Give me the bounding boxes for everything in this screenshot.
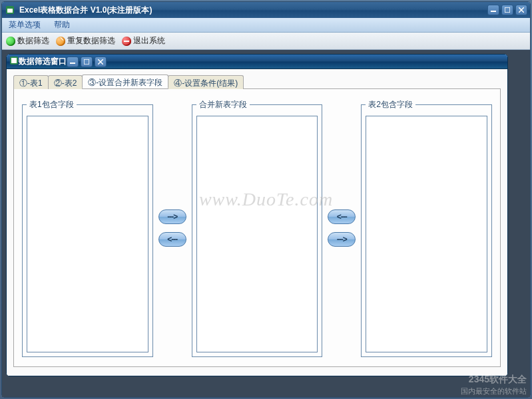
child-titlebar: 数据筛选窗口 <box>7 55 507 69</box>
menubar: 菜单选项 帮助 <box>2 18 530 33</box>
stop-icon <box>122 37 131 46</box>
svg-rect-2 <box>7 7 13 9</box>
child-title: 数据筛选窗口 <box>19 56 67 67</box>
tab-table1[interactable]: ①-表1 <box>13 75 49 89</box>
svg-rect-4 <box>505 7 510 13</box>
toolbar: 数据筛选 重复数据筛选 退出系统 <box>2 33 530 50</box>
toolbar-filter-label: 数据筛选 <box>17 35 49 47</box>
move-right-button-1[interactable]: ---> <box>158 209 186 224</box>
child-close-button[interactable] <box>95 57 107 67</box>
arrows-left: ---> <--- <box>158 209 186 247</box>
search-icon <box>56 37 65 46</box>
listbox-merge-fields[interactable] <box>196 116 318 352</box>
toolbar-exit[interactable]: 退出系统 <box>122 35 165 47</box>
app-icon <box>5 5 15 15</box>
group-table2-legend: 表2包含字段 <box>366 99 415 110</box>
main-titlebar: Excel表格数据合并 V1.0(未注册版本) <box>2 2 530 18</box>
child-window-controls <box>67 57 107 67</box>
close-button[interactable] <box>515 5 527 15</box>
menu-help[interactable]: 帮助 <box>51 18 73 32</box>
tab-merge-fields[interactable]: ③-设置合并新表字段 <box>82 74 168 88</box>
group-merge-fields: 合并新表字段 <box>192 99 323 357</box>
child-icon <box>9 56 19 67</box>
listbox-table2-fields[interactable] <box>366 116 487 352</box>
svg-rect-8 <box>11 58 17 63</box>
tab-content: 表1包含字段 ---> <--- 合并新表字段 <--- <box>13 89 501 367</box>
arrows-right: <--- ---> <box>328 209 356 247</box>
maximize-button[interactable] <box>501 5 513 15</box>
move-left-button-1[interactable]: <--- <box>158 232 186 247</box>
group-table1-legend: 表1包含字段 <box>27 99 77 110</box>
main-window: Excel表格数据合并 V1.0(未注册版本) 菜单选项 帮助 数据筛选 重复数… <box>1 1 531 398</box>
move-left-button-2[interactable]: <--- <box>328 209 356 224</box>
group-table1-fields: 表1包含字段 <box>22 99 153 357</box>
group-table2-fields: 表2包含字段 <box>361 99 492 357</box>
child-maximize-button[interactable] <box>81 57 93 67</box>
child-minimize-button[interactable] <box>67 57 79 67</box>
menu-options[interactable]: 菜单选项 <box>6 18 43 32</box>
main-window-controls <box>487 5 527 15</box>
toolbar-filter[interactable]: 数据筛选 <box>6 35 49 47</box>
main-title: Excel表格数据合并 V1.0(未注册版本) <box>19 5 487 16</box>
tab-conditions[interactable]: ④-设置条件(结果) <box>168 75 244 89</box>
toolbar-refilter-label: 重复数据筛选 <box>67 35 115 47</box>
svg-rect-9 <box>70 63 75 64</box>
fieldset-row: 表1包含字段 ---> <--- 合并新表字段 <--- <box>22 98 492 357</box>
check-icon <box>6 37 15 46</box>
svg-rect-3 <box>491 11 496 12</box>
minimize-button[interactable] <box>487 5 499 15</box>
toolbar-refilter[interactable]: 重复数据筛选 <box>56 35 115 47</box>
group-merge-legend: 合并新表字段 <box>196 99 250 110</box>
mdi-client: 数据筛选窗口 ①-表1 ②-表2 ③-设置合并新表字段 ④-设置条件(结果) <box>2 50 530 397</box>
move-right-button-2[interactable]: ---> <box>328 232 356 247</box>
svg-rect-10 <box>84 59 89 65</box>
listbox-table1-fields[interactable] <box>27 116 148 352</box>
tab-table2[interactable]: ②-表2 <box>48 75 83 89</box>
child-window: 数据筛选窗口 ①-表1 ②-表2 ③-设置合并新表字段 ④-设置条件(结果) <box>6 54 508 376</box>
toolbar-exit-label: 退出系统 <box>133 35 165 47</box>
tab-strip: ①-表1 ②-表2 ③-设置合并新表字段 ④-设置条件(结果) <box>13 74 501 89</box>
child-body: ①-表1 ②-表2 ③-设置合并新表字段 ④-设置条件(结果) 表1包含字段 -… <box>7 69 507 376</box>
